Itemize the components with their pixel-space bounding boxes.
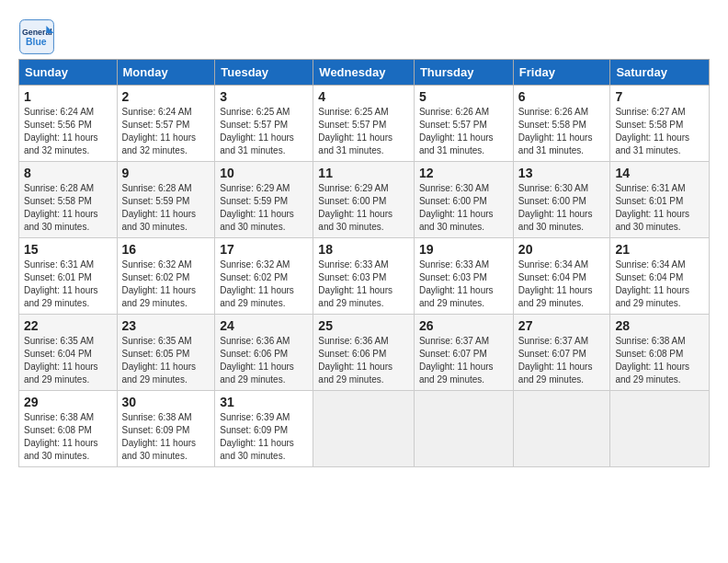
day-info: Sunrise: 6:25 AM Sunset: 5:57 PM Dayligh… — [220, 106, 308, 157]
day-number: 31 — [220, 395, 308, 409]
page-wrapper: General Blue SundayMondayTuesdayWednesda… — [18, 18, 710, 467]
calendar-cell: 23Sunrise: 6:35 AM Sunset: 6:05 PM Dayli… — [117, 315, 215, 391]
day-number: 29 — [24, 395, 112, 409]
calendar-cell: 19Sunrise: 6:33 AM Sunset: 6:03 PM Dayli… — [414, 238, 513, 315]
calendar-cell: 14Sunrise: 6:31 AM Sunset: 6:01 PM Dayli… — [610, 162, 710, 238]
day-number: 20 — [518, 242, 606, 257]
calendar-cell: 15Sunrise: 6:31 AM Sunset: 6:01 PM Dayli… — [19, 238, 118, 315]
calendar-cell: 17Sunrise: 6:32 AM Sunset: 6:02 PM Dayli… — [215, 238, 313, 315]
calendar-week-row: 8Sunrise: 6:28 AM Sunset: 5:58 PM Daylig… — [19, 162, 710, 238]
day-number: 16 — [122, 242, 210, 257]
day-number: 28 — [615, 318, 704, 333]
calendar-cell: 28Sunrise: 6:38 AM Sunset: 6:08 PM Dayli… — [610, 315, 710, 391]
day-info: Sunrise: 6:37 AM Sunset: 6:07 PM Dayligh… — [518, 335, 606, 386]
calendar-cell: 6Sunrise: 6:26 AM Sunset: 5:58 PM Daylig… — [513, 86, 610, 162]
day-info: Sunrise: 6:24 AM Sunset: 5:56 PM Dayligh… — [24, 106, 112, 157]
calendar-cell: 10Sunrise: 6:29 AM Sunset: 5:59 PM Dayli… — [215, 162, 313, 238]
calendar-cell: 22Sunrise: 6:35 AM Sunset: 6:04 PM Dayli… — [19, 315, 118, 391]
day-number: 3 — [220, 89, 308, 104]
calendar-cell: 27Sunrise: 6:37 AM Sunset: 6:07 PM Dayli… — [513, 315, 610, 391]
calendar-cell — [414, 391, 513, 467]
calendar-cell: 2Sunrise: 6:24 AM Sunset: 5:57 PM Daylig… — [117, 86, 215, 162]
day-number: 5 — [419, 89, 508, 104]
day-info: Sunrise: 6:37 AM Sunset: 6:07 PM Dayligh… — [419, 335, 508, 386]
weekday-header: Friday — [513, 60, 610, 86]
weekday-header: Thursday — [414, 60, 513, 86]
day-number: 10 — [220, 166, 308, 180]
calendar-cell: 24Sunrise: 6:36 AM Sunset: 6:06 PM Dayli… — [215, 315, 313, 391]
day-info: Sunrise: 6:31 AM Sunset: 6:01 PM Dayligh… — [24, 259, 112, 310]
day-number: 27 — [518, 318, 606, 333]
day-info: Sunrise: 6:29 AM Sunset: 5:59 PM Dayligh… — [220, 182, 308, 234]
calendar-cell: 13Sunrise: 6:30 AM Sunset: 6:00 PM Dayli… — [513, 162, 610, 238]
day-number: 4 — [318, 89, 409, 104]
calendar-cell: 16Sunrise: 6:32 AM Sunset: 6:02 PM Dayli… — [117, 238, 215, 315]
day-info: Sunrise: 6:33 AM Sunset: 6:03 PM Dayligh… — [419, 259, 508, 310]
day-info: Sunrise: 6:38 AM Sunset: 6:08 PM Dayligh… — [615, 335, 704, 386]
calendar-cell: 8Sunrise: 6:28 AM Sunset: 5:58 PM Daylig… — [19, 162, 118, 238]
weekday-header: Monday — [117, 60, 215, 86]
calendar-cell: 7Sunrise: 6:27 AM Sunset: 5:58 PM Daylig… — [610, 86, 710, 162]
day-number: 13 — [518, 166, 606, 180]
weekday-header: Tuesday — [215, 60, 313, 86]
day-number: 18 — [318, 242, 409, 257]
day-info: Sunrise: 6:30 AM Sunset: 6:00 PM Dayligh… — [419, 182, 508, 234]
day-info: Sunrise: 6:35 AM Sunset: 6:05 PM Dayligh… — [122, 335, 210, 386]
calendar-week-row: 29Sunrise: 6:38 AM Sunset: 6:08 PM Dayli… — [19, 391, 710, 467]
day-number: 15 — [24, 242, 112, 257]
day-info: Sunrise: 6:26 AM Sunset: 5:57 PM Dayligh… — [419, 106, 508, 157]
day-number: 25 — [318, 318, 409, 333]
day-info: Sunrise: 6:33 AM Sunset: 6:03 PM Dayligh… — [318, 259, 409, 310]
day-number: 6 — [518, 89, 606, 104]
calendar-cell: 12Sunrise: 6:30 AM Sunset: 6:00 PM Dayli… — [414, 162, 513, 238]
day-number: 8 — [24, 166, 112, 180]
day-info: Sunrise: 6:34 AM Sunset: 6:04 PM Dayligh… — [518, 259, 606, 310]
calendar-cell: 21Sunrise: 6:34 AM Sunset: 6:04 PM Dayli… — [610, 238, 710, 315]
day-info: Sunrise: 6:28 AM Sunset: 5:59 PM Dayligh… — [122, 182, 210, 234]
calendar-week-row: 1Sunrise: 6:24 AM Sunset: 5:56 PM Daylig… — [19, 86, 710, 162]
calendar-header-row: SundayMondayTuesdayWednesdayThursdayFrid… — [19, 60, 710, 86]
calendar-cell: 3Sunrise: 6:25 AM Sunset: 5:57 PM Daylig… — [215, 86, 313, 162]
day-info: Sunrise: 6:32 AM Sunset: 6:02 PM Dayligh… — [122, 259, 210, 310]
calendar-cell: 1Sunrise: 6:24 AM Sunset: 5:56 PM Daylig… — [19, 86, 118, 162]
day-number: 11 — [318, 166, 409, 180]
calendar-cell: 26Sunrise: 6:37 AM Sunset: 6:07 PM Dayli… — [414, 315, 513, 391]
day-info: Sunrise: 6:25 AM Sunset: 5:57 PM Dayligh… — [318, 106, 409, 157]
day-number: 24 — [220, 318, 308, 333]
day-number: 7 — [615, 89, 704, 104]
logo-icon: General Blue — [18, 18, 55, 55]
header: General Blue — [18, 18, 710, 55]
calendar-cell: 31Sunrise: 6:39 AM Sunset: 6:09 PM Dayli… — [215, 391, 313, 467]
calendar-week-row: 22Sunrise: 6:35 AM Sunset: 6:04 PM Dayli… — [19, 315, 710, 391]
day-info: Sunrise: 6:39 AM Sunset: 6:09 PM Dayligh… — [220, 411, 308, 463]
day-info: Sunrise: 6:35 AM Sunset: 6:04 PM Dayligh… — [24, 335, 112, 386]
day-info: Sunrise: 6:36 AM Sunset: 6:06 PM Dayligh… — [220, 335, 308, 386]
day-number: 23 — [122, 318, 210, 333]
day-number: 1 — [24, 89, 112, 104]
day-number: 2 — [122, 89, 210, 104]
day-info: Sunrise: 6:26 AM Sunset: 5:58 PM Dayligh… — [518, 106, 606, 157]
day-info: Sunrise: 6:30 AM Sunset: 6:00 PM Dayligh… — [518, 182, 606, 234]
weekday-header: Saturday — [610, 60, 710, 86]
day-info: Sunrise: 6:28 AM Sunset: 5:58 PM Dayligh… — [24, 182, 112, 234]
calendar-cell: 20Sunrise: 6:34 AM Sunset: 6:04 PM Dayli… — [513, 238, 610, 315]
day-info: Sunrise: 6:36 AM Sunset: 6:06 PM Dayligh… — [318, 335, 409, 386]
day-info: Sunrise: 6:38 AM Sunset: 6:08 PM Dayligh… — [24, 411, 112, 463]
day-info: Sunrise: 6:29 AM Sunset: 6:00 PM Dayligh… — [318, 182, 409, 234]
day-info: Sunrise: 6:24 AM Sunset: 5:57 PM Dayligh… — [122, 106, 210, 157]
calendar-cell: 11Sunrise: 6:29 AM Sunset: 6:00 PM Dayli… — [313, 162, 415, 238]
day-number: 30 — [122, 395, 210, 409]
day-info: Sunrise: 6:27 AM Sunset: 5:58 PM Dayligh… — [615, 106, 704, 157]
logo: General Blue — [18, 18, 59, 55]
day-info: Sunrise: 6:34 AM Sunset: 6:04 PM Dayligh… — [615, 259, 704, 310]
day-number: 17 — [220, 242, 308, 257]
calendar-cell: 4Sunrise: 6:25 AM Sunset: 5:57 PM Daylig… — [313, 86, 415, 162]
calendar-table: SundayMondayTuesdayWednesdayThursdayFrid… — [18, 59, 710, 467]
weekday-header: Sunday — [19, 60, 118, 86]
day-number: 19 — [419, 242, 508, 257]
day-number: 26 — [419, 318, 508, 333]
day-number: 9 — [122, 166, 210, 180]
calendar-cell — [610, 391, 710, 467]
calendar-cell: 25Sunrise: 6:36 AM Sunset: 6:06 PM Dayli… — [313, 315, 415, 391]
day-number: 12 — [419, 166, 508, 180]
